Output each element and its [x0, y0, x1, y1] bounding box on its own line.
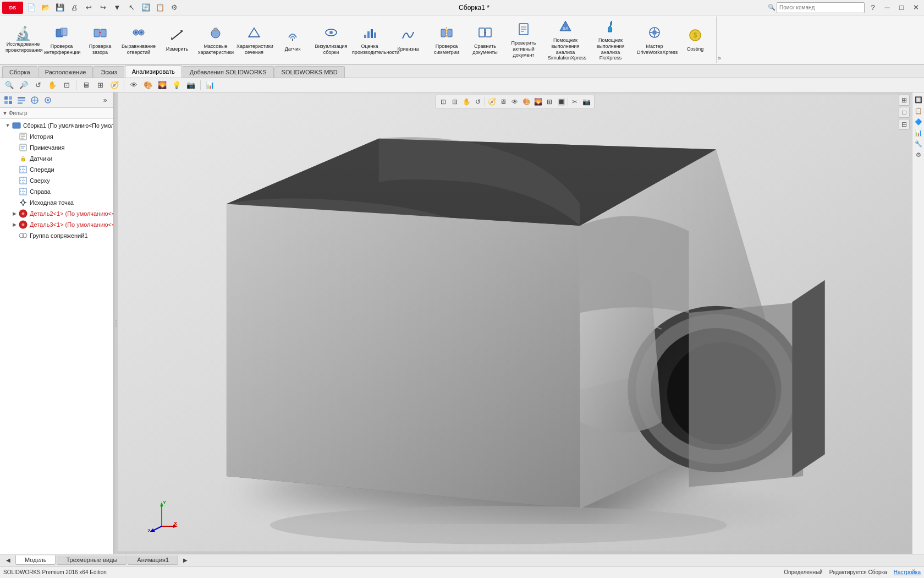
redo-btn[interactable]: ↪: [97, 2, 109, 14]
display-manager-btn[interactable]: [42, 94, 54, 106]
bottom-tab-3dviews[interactable]: Трехмерные виды: [57, 555, 127, 565]
vt-camera[interactable]: 📷: [581, 96, 592, 107]
tree-item-root[interactable]: ▼ Сборка1 (По умолчанию<По умолча: [0, 120, 113, 131]
camera-btn[interactable]: 📷: [185, 79, 197, 91]
3d-viewport[interactable]: ⊡ ⊟ ✋ ↺ 🧭 🖥 👁 🎨 🌄 ⊞ 🔳 ✂ 📷 Y: [118, 92, 912, 554]
performance-btn[interactable]: Оценкапроизводительности: [351, 18, 388, 62]
rebuild-btn[interactable]: 🔄: [140, 2, 152, 14]
rotate-btn[interactable]: ↺: [32, 79, 44, 91]
tab-sw-mbd[interactable]: SOLIDWORKS MBD: [274, 66, 345, 78]
active-doc-btn[interactable]: Проверитьактивный документ: [505, 18, 542, 62]
feature-manager-btn[interactable]: [2, 94, 14, 106]
rp-btn2[interactable]: 📋: [914, 106, 923, 116]
config-manager-btn[interactable]: [29, 94, 41, 106]
vt-appear[interactable]: 🎨: [521, 96, 532, 107]
tree-expand-part2[interactable]: ▶: [11, 210, 18, 217]
tree-item-part3[interactable]: ▶ + Деталь3<1> (По умолчанию<<: [0, 219, 113, 230]
sensor-btn[interactable]: Датчик: [274, 18, 311, 62]
hide-show-btn[interactable]: 👁: [128, 79, 140, 91]
vt-perspective[interactable]: 🔳: [556, 96, 566, 107]
search-input[interactable]: [777, 2, 865, 13]
open-btn[interactable]: 📂: [40, 2, 52, 14]
print-btn[interactable]: 🖨: [68, 2, 80, 14]
tab-sw-addons[interactable]: Добавления SOLIDWORKS: [183, 66, 274, 78]
close-btn[interactable]: ✕: [910, 2, 922, 14]
vt-pan[interactable]: ✋: [461, 96, 472, 107]
help-btn[interactable]: ?: [867, 2, 879, 14]
simxpress-btn[interactable]: SX Помощниквыполнения анализаSimulationX…: [543, 18, 587, 62]
tree-item-front[interactable]: Спереди: [0, 164, 113, 175]
new-btn[interactable]: 📄: [25, 2, 37, 14]
options-btn[interactable]: ▼: [111, 2, 123, 14]
vt-display[interactable]: 🖥: [498, 96, 509, 107]
search-edges-btn[interactable]: 🔎: [18, 79, 30, 91]
property-manager-btn[interactable]: [15, 94, 28, 106]
zoom-fit-btn[interactable]: ⊡: [61, 79, 73, 91]
mass-btn[interactable]: Массовыехарактеристики: [197, 18, 234, 62]
options2-btn[interactable]: ⚙: [168, 2, 180, 14]
viewport-split[interactable]: ⊟: [899, 119, 910, 130]
scroll-tabs-right[interactable]: ▶: [179, 554, 191, 566]
vt-zoom-fit[interactable]: ⊡: [438, 96, 449, 107]
vt-zoom-area[interactable]: ⊟: [449, 96, 460, 107]
tree-item-notes[interactable]: Примечания: [0, 142, 113, 153]
maximize-btn[interactable]: □: [895, 2, 908, 14]
tree-item-mates[interactable]: Группа сопряжений1: [0, 230, 113, 241]
visualization-btn[interactable]: Визуализациясборки: [312, 18, 350, 62]
tree-item-top[interactable]: Сверху: [0, 175, 113, 186]
rp-btn1[interactable]: 🔲: [914, 95, 923, 105]
clearance-btn[interactable]: Проверказазора: [81, 18, 119, 62]
rp-btn4[interactable]: 📊: [914, 128, 923, 138]
toolbar-expand-btn[interactable]: »: [717, 17, 722, 63]
vt-hide[interactable]: 👁: [509, 96, 520, 107]
tree-item-origin[interactable]: Исходная точка: [0, 197, 113, 208]
sidebar-expand-btn[interactable]: »: [99, 94, 111, 106]
tab-assembly[interactable]: Сборка: [2, 66, 37, 78]
display-style-btn[interactable]: 🖥: [80, 79, 92, 91]
section-view-btn[interactable]: ⊞: [94, 79, 106, 91]
tab-analyze[interactable]: Анализировать: [125, 66, 182, 78]
bottom-tab-model[interactable]: Модель: [15, 555, 56, 565]
minimize-btn[interactable]: ─: [881, 2, 893, 14]
curvature-btn[interactable]: Кривизна: [389, 18, 427, 62]
search-faces-btn[interactable]: 🔍: [3, 79, 15, 91]
vt-scene[interactable]: 🌄: [532, 96, 543, 107]
tab-layout[interactable]: Расположение: [38, 66, 94, 78]
scroll-tabs-left[interactable]: ◀: [2, 554, 14, 566]
section-btn[interactable]: Характеристикисечения: [235, 18, 273, 62]
appear-btn[interactable]: 🎨: [142, 79, 154, 91]
tree-expand-root[interactable]: ▼: [4, 122, 11, 129]
vt-view-top[interactable]: ⊞: [544, 96, 555, 107]
vt-section[interactable]: ✂: [569, 96, 580, 107]
search-area[interactable]: 🔍: [768, 2, 865, 13]
interference-btn[interactable]: Проверкаинтерференции: [43, 18, 80, 62]
research-btn[interactable]: 🔬 Исследование проектирования: [4, 18, 42, 62]
bottom-tab-anim[interactable]: Анимация1: [128, 555, 178, 565]
tree-item-history[interactable]: История: [0, 131, 113, 142]
tab-sketch[interactable]: Эскиз: [94, 66, 124, 78]
rp-btn6[interactable]: ⚙: [914, 150, 923, 160]
view-orient-btn[interactable]: 🧭: [108, 79, 120, 91]
compare-btn[interactable]: Сравнитьдокументы: [466, 18, 504, 62]
tree-item-part2[interactable]: ▶ + Деталь2<1> (По умолчанию<<: [0, 208, 113, 219]
floxpress-btn[interactable]: Помощниквыполненияанализа FloXpress: [588, 18, 632, 62]
settings-btn[interactable]: Настройка: [894, 569, 921, 575]
align-btn[interactable]: Выравниваниеотверстий: [120, 18, 157, 62]
symmetry-btn[interactable]: Проверкасимметрии: [428, 18, 465, 62]
tree-expand-part3[interactable]: ▶: [11, 221, 18, 228]
lights-btn[interactable]: 💡: [170, 79, 183, 91]
scene-btn[interactable]: 🌄: [156, 79, 168, 91]
tree-item-right[interactable]: Справа: [0, 186, 113, 197]
rp-btn3[interactable]: 🔷: [914, 117, 923, 127]
vt-view-orient[interactable]: 🧭: [486, 96, 497, 107]
file-properties-btn[interactable]: 📋: [154, 2, 166, 14]
save-btn[interactable]: 💾: [54, 2, 66, 14]
view-cube-expand[interactable]: ⊞: [899, 95, 910, 106]
select-btn[interactable]: ↖: [125, 2, 138, 14]
measure-btn[interactable]: Измерить: [158, 18, 196, 62]
viewport-maximize[interactable]: □: [899, 107, 910, 118]
vt-rotate[interactable]: ↺: [472, 96, 483, 107]
display-pane-btn[interactable]: 📊: [204, 79, 216, 91]
costing-btn[interactable]: $ Costing: [676, 18, 714, 62]
rp-btn5[interactable]: 🔧: [914, 139, 923, 149]
